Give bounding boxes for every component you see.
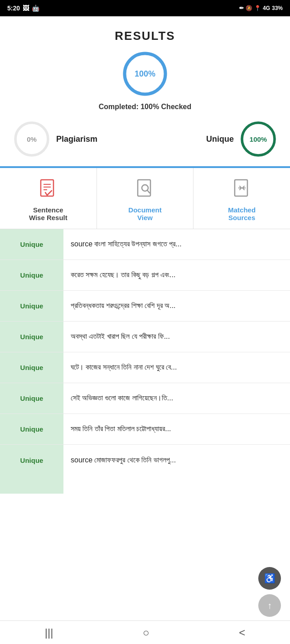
- table-row[interactable]: Unique source মোজাফফরপুর থেকে তিনি ভাগলপ…: [0, 445, 290, 476]
- partial-badge-cell: [0, 476, 63, 494]
- battery-level: 33%: [272, 5, 283, 11]
- tab-matched-sources[interactable]: Matched Sources: [193, 168, 290, 229]
- result-text: করেত সক্ষম হেযেছ। তার কিছু বড় গল্প এবং.…: [63, 260, 290, 290]
- table-row[interactable]: Unique করেত সক্ষম হেযেছ। তার কিছু বড় গল…: [0, 260, 290, 291]
- svg-line-12: [147, 190, 150, 193]
- status-time: 5:20: [7, 5, 20, 12]
- home-nav-button[interactable]: ○: [143, 626, 150, 639]
- table-row[interactable]: Unique ঘটে। কাজের সন্ধানে তিনি নানা দেশ …: [0, 352, 290, 383]
- tab-sentence-label2: Wise Result: [29, 214, 68, 221]
- unique-badge: Unique: [20, 425, 44, 433]
- signal-strength: 4G: [263, 5, 270, 11]
- badge-cell: Unique: [0, 414, 63, 444]
- badge-cell: Unique: [0, 445, 63, 476]
- scroll-up-fab[interactable]: ↑: [258, 594, 281, 617]
- page-title: RESULTS: [0, 16, 290, 51]
- badge-cell: Unique: [0, 352, 63, 383]
- unique-badge: Unique: [20, 394, 44, 402]
- tab-document-view[interactable]: Document View: [97, 168, 194, 229]
- bottom-navigation: ||| ○ <: [0, 620, 290, 644]
- badge-cell: Unique: [0, 260, 63, 290]
- unique-percent: 100%: [250, 135, 267, 143]
- table-row[interactable]: Unique সময় তিনি তাঁর পিতা মতিলাল চট্টোপ…: [0, 414, 290, 445]
- plagiarism-stat: 0% Plagiarism: [14, 121, 97, 157]
- results-list: Unique source বাংলা সাহিত্যের উপন্যাস জগ…: [0, 229, 290, 476]
- tab-matched-label2: Sources: [228, 214, 255, 221]
- badge-cell: Unique: [0, 322, 63, 352]
- unique-badge: Unique: [20, 457, 44, 464]
- back-nav-button[interactable]: |||: [45, 626, 53, 639]
- unique-stat: Unique 100%: [206, 121, 276, 157]
- android-icon: 🤖: [32, 5, 39, 12]
- gallery-icon: 🖼: [23, 5, 29, 12]
- badge-cell: Unique: [0, 383, 63, 413]
- result-text: অবস্থা এতটাই খারাপ ছিল যে পরীক্ষার ফি...: [63, 322, 290, 352]
- result-text: ঘটে। কাজের সন্ধানে তিনি নানা দেশ ঘুরে বে…: [63, 352, 290, 383]
- result-text: সেই অভিজ্ঞতা গুলো কাজে লাগিয়েছেন।তি...: [63, 383, 290, 413]
- location-icon: 📍: [254, 5, 261, 11]
- fab-container: ♿ ↑: [258, 567, 281, 617]
- table-row[interactable]: Unique অবস্থা এতটাই খারাপ ছিল যে পরীক্ষা…: [0, 322, 290, 352]
- table-row[interactable]: Unique প্রতিবন্ধকতায় শরৎচন্দ্রের শিক্ষা…: [0, 291, 290, 322]
- result-text: প্রতিবন্ধকতায় শরৎচন্দ্রের শিক্ষা বেশি দ…: [63, 291, 290, 321]
- result-row-partial: [0, 476, 290, 494]
- unique-badge: Unique: [20, 271, 44, 279]
- unique-badge: Unique: [20, 364, 44, 371]
- plagiarism-label: Plagiarism: [56, 135, 97, 144]
- partial-text-cell: [63, 476, 290, 494]
- main-circle-percent: 100%: [135, 69, 155, 79]
- completed-text: Completed: 100% Checked: [0, 103, 290, 111]
- status-left: 5:20 🖼 🤖: [7, 5, 39, 12]
- tab-document-label1: Document: [128, 206, 161, 214]
- result-text: source মোজাফফরপুর থেকে তিনি ভাগলপু...: [63, 445, 290, 476]
- unique-label: Unique: [206, 135, 234, 144]
- main-progress-circle: 100%: [0, 51, 290, 96]
- badge-cell: Unique: [0, 229, 63, 260]
- unique-badge: Unique: [20, 240, 44, 248]
- recent-nav-button[interactable]: <: [239, 626, 245, 639]
- tab-sentence-wise[interactable]: Sentence Wise Result: [0, 168, 97, 229]
- unique-badge: Unique: [20, 333, 44, 341]
- badge-cell: Unique: [0, 291, 63, 321]
- tab-document-label2: View: [137, 214, 153, 221]
- tab-navigation: Sentence Wise Result Document View: [0, 168, 290, 229]
- doc-search-icon: [134, 178, 156, 202]
- doc-arrows-icon: [231, 178, 253, 202]
- status-bar: 5:20 🖼 🤖 ✏ 🔕 📍 4G 33%: [0, 0, 290, 16]
- mute-icon: 🔕: [246, 5, 252, 11]
- table-row[interactable]: Unique সেই অভিজ্ঞতা গুলো কাজে লাগিয়েছেন…: [0, 383, 290, 414]
- unique-badge: Unique: [20, 302, 44, 310]
- plagiarism-percent: 0%: [27, 135, 37, 143]
- svg-rect-6: [41, 180, 53, 196]
- pencil-icon: ✏: [239, 5, 244, 11]
- result-text: source বাংলা সাহিত্যের উপন্যাস জগতে প্র.…: [63, 229, 290, 260]
- tab-matched-label1: Matched: [228, 206, 256, 214]
- result-text: সময় তিনি তাঁর পিতা মতিলাল চট্টোপাধ্যায়…: [63, 414, 290, 444]
- accessibility-fab[interactable]: ♿: [258, 567, 281, 590]
- tab-sentence-label1: Sentence: [33, 206, 63, 214]
- main-content: RESULTS 100% Completed: 100% Checked 0% …: [0, 16, 290, 494]
- status-right: ✏ 🔕 📍 4G 33%: [239, 5, 283, 11]
- table-row[interactable]: Unique source বাংলা সাহিত্যের উপন্যাস জগ…: [0, 229, 290, 260]
- file-check-icon: [37, 178, 59, 202]
- stats-row: 0% Plagiarism Unique 100%: [0, 121, 290, 157]
